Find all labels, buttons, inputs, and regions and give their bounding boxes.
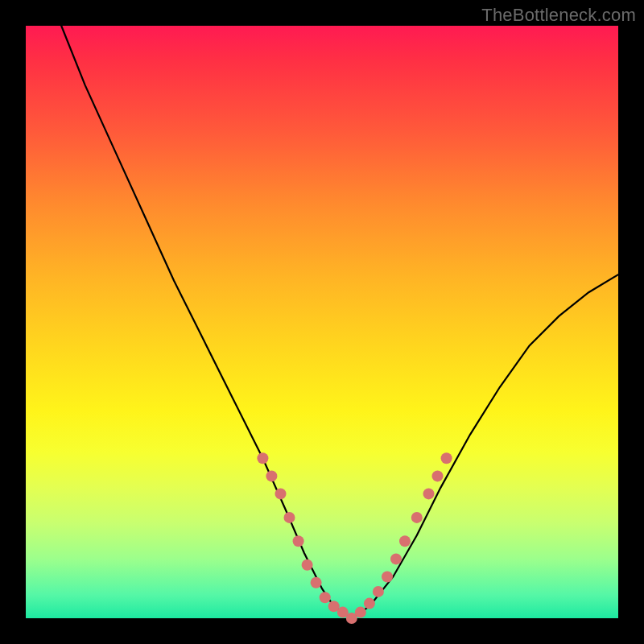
highlight-dots — [257, 452, 452, 624]
highlight-dot — [284, 512, 295, 523]
chart-svg — [26, 26, 618, 618]
highlight-dot — [293, 535, 304, 547]
highlight-dot — [373, 586, 384, 597]
highlight-dot — [364, 598, 375, 609]
highlight-dot — [441, 452, 452, 464]
highlight-dot — [432, 470, 444, 481]
highlight-dot — [399, 535, 411, 547]
highlight-dot — [382, 572, 393, 583]
highlight-dot — [275, 488, 287, 499]
chart-frame: TheBottleneck.com — [0, 0, 644, 644]
watermark-text: TheBottleneck.com — [481, 5, 636, 26]
highlight-dot — [302, 559, 313, 571]
highlight-dot — [355, 607, 366, 618]
bottleneck-curve — [61, 26, 618, 618]
highlight-dot — [257, 452, 268, 464]
highlight-dot — [320, 592, 331, 603]
highlight-dot — [311, 577, 322, 588]
highlight-dot — [266, 470, 277, 481]
highlight-dot — [411, 512, 423, 523]
chart-plot-area — [26, 26, 618, 618]
highlight-dot — [390, 553, 402, 564]
highlight-dot — [423, 488, 435, 499]
